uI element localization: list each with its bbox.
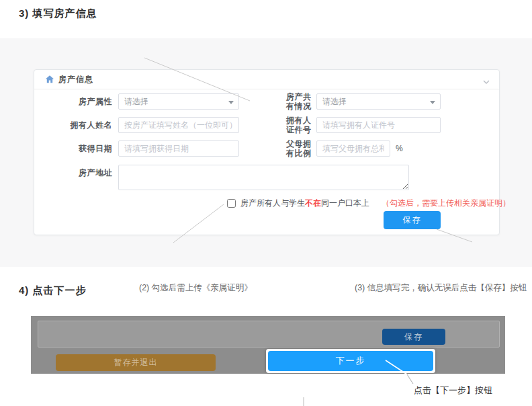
caret-down-icon <box>430 101 435 104</box>
next-step-screenshot: 保存 暂存并退出 下一步 <box>31 316 505 374</box>
owner-name-field <box>118 117 239 133</box>
parent-share-input[interactable] <box>317 141 390 156</box>
property-type-value: 请选择 <box>124 96 148 108</box>
acquire-date-input[interactable] <box>119 141 238 156</box>
acquire-date-field <box>118 140 239 157</box>
section3-title: 3) 填写房产信息 <box>19 7 97 20</box>
owner-id-field <box>316 117 441 133</box>
parent-share-field <box>316 140 390 157</box>
property-info-card: 房产信息 房产属性 请选择 房产共有情况 请选择 <box>34 69 500 235</box>
owner-name-input[interactable] <box>119 118 238 132</box>
annotation-note-4: 点击【下一步】按钮 <box>414 384 492 397</box>
screenshot-draft-button: 暂存并退出 <box>56 354 216 371</box>
section3-screenshot-panel: (1) 不同房产类型所填数据不同，请根据证件类型选择房产数据 房产信息 房产属性… <box>0 38 532 267</box>
card-title: 房产信息 <box>58 74 93 85</box>
house-icon <box>45 75 54 84</box>
annotation-note-2: (2) 勾选后需上传《亲属证明》 <box>139 282 253 294</box>
form-row-1: 房产属性 请选择 房产共有情况 请选择 <box>34 93 499 110</box>
save-button[interactable]: 保存 <box>384 211 441 229</box>
form-row-2: 拥有人姓名 拥有人证件号 <box>34 117 499 133</box>
not-same-household-checkbox[interactable] <box>227 199 236 208</box>
screenshot-form-footer: 保存 <box>38 321 500 348</box>
owner-id-label: 拥有人证件号 <box>286 116 313 134</box>
co-ownership-value: 请选择 <box>322 96 347 108</box>
household-checkbox-row: 房产所有人与学生不在同一户口本上 （勾选后，需要上传相关亲属证明） <box>227 198 511 208</box>
acquire-date-label: 获得日期 <box>34 140 112 157</box>
screenshot-next-button: 下一步 <box>268 351 433 371</box>
property-type-label: 房产属性 <box>34 93 112 110</box>
owner-id-input[interactable] <box>317 118 440 132</box>
address-label: 房产地址 <box>34 165 112 181</box>
checkbox-red-note: （勾选后，需要上传相关亲属证明） <box>382 198 511 209</box>
property-type-select[interactable]: 请选择 <box>118 93 239 110</box>
percent-suffix: % <box>396 140 403 157</box>
card-header: 房产信息 <box>34 70 499 89</box>
annotation-note-3: (3) 信息填写完，确认无误后点击【保存】按钮 <box>355 282 527 294</box>
section4-title: 4) 点击下一步 <box>19 284 87 297</box>
screenshot-save-button: 保存 <box>382 329 445 345</box>
form-row-4: 房产地址 <box>34 165 499 190</box>
address-textarea[interactable] <box>118 165 409 190</box>
co-ownership-select[interactable]: 请选择 <box>316 93 441 110</box>
form-row-3: 获得日期 父母拥有比例 % <box>34 140 499 157</box>
checkbox-label-emphasis: 不在 <box>305 198 321 208</box>
next-button-highlight-frame: 下一步 <box>266 349 435 373</box>
co-ownership-label: 房产共有情况 <box>286 92 313 111</box>
checkbox-label: 房产所有人与学生不在同一户口本上 <box>240 198 369 209</box>
tutorial-page: 3) 填写房产信息 (1) 不同房产类型所填数据不同，请根据证件类型选择房产数据… <box>0 0 532 406</box>
owner-name-label: 拥有人姓名 <box>34 117 112 133</box>
chevron-down-icon[interactable] <box>483 76 490 83</box>
caret-down-icon <box>228 101 234 104</box>
parent-share-label: 父母拥有比例 <box>286 139 313 158</box>
